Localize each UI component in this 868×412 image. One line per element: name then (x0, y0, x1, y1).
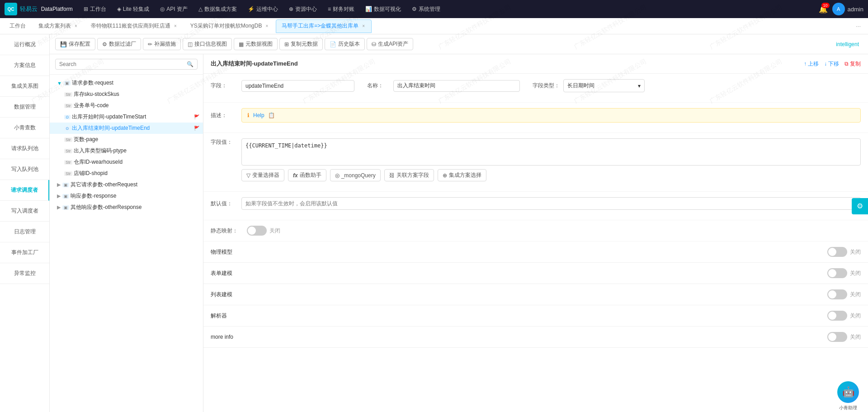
field-input[interactable] (241, 80, 354, 92)
api-icon: ◎ (160, 6, 165, 12)
notification-bell[interactable]: 🔔 10 (816, 2, 830, 16)
related-field-button[interactable]: ⛓ 关联方案字段 (384, 169, 434, 181)
form-model-section[interactable]: 表单建模 关闭 (203, 263, 868, 284)
move-down-action[interactable]: ↓ 下移 (824, 60, 839, 68)
field-type-select[interactable]: 长日期时间 ▾ (563, 79, 645, 92)
tab-close-dipote[interactable]: × (173, 23, 178, 29)
sidebar-item-anomaly[interactable]: 异常监控 (0, 263, 49, 284)
logo[interactable]: QC 轻易云 DataPlatform (5, 3, 73, 15)
tree-node-response[interactable]: ▶ ▣ 响应参数-response (50, 190, 203, 202)
assistant-fab[interactable]: 🤖 小青助理 (837, 381, 859, 403)
function-helper-button[interactable]: fx 函数助手 (288, 169, 326, 181)
sidebar-item-write-scheduler[interactable]: 写入调度者 (0, 201, 49, 222)
tree-node-updateTimeStart[interactable]: ⊙ 出库开始时间-updateTimeStart 🚩 (50, 111, 203, 123)
nav-resource[interactable]: ⊕ 资源中心 (284, 0, 321, 18)
tree-node-page[interactable]: Str 页数-page (50, 134, 203, 145)
tab-integration-list[interactable]: 集成方案列表 × (33, 19, 84, 33)
data-filter-button[interactable]: ⚙ 数据过滤厂 (97, 38, 141, 50)
mongo-query-button[interactable]: ◎ _mongoQuery (330, 169, 381, 181)
sidebar-item-request-queue[interactable]: 请求队列池 (0, 138, 49, 159)
user-area[interactable]: A admin (832, 3, 863, 15)
more-info-toggle-text: 关闭 (850, 333, 861, 341)
field-value-section: 字段值： {{CURRENT_TIME|datetime}} ▽ 变量选择器 f… (203, 133, 868, 192)
sidebar-item-relation-map[interactable]: 集成关系图 (0, 76, 49, 97)
integration-select-icon: ⊕ (443, 172, 447, 179)
tab-dipote[interactable]: 帝特物联111账套供应商到旺店通 × (85, 19, 184, 33)
down-icon: ↓ (824, 61, 827, 67)
more-info-section[interactable]: more info 关闭 (203, 327, 868, 348)
name-input[interactable] (393, 80, 520, 92)
sidebar-item-log-mgmt[interactable]: 日志管理 (0, 222, 49, 242)
integration-select-button[interactable]: ⊕ 集成方案选择 (438, 169, 486, 181)
补漏措施-button[interactable]: ✏ 补漏措施 (143, 38, 181, 50)
tab-workbench[interactable]: 工作台 (4, 19, 32, 33)
tree-node-otherResponse[interactable]: ▶ ▣ 其他响应参数-otherResponse (50, 202, 203, 213)
desc-row: 描述： ℹ Help 📋 (211, 108, 861, 123)
api-info-view-button[interactable]: ◫ 接口信息视图 (183, 38, 232, 50)
tab-more-button[interactable]: ··· (852, 23, 864, 29)
variable-selector-button[interactable]: ▽ 变量选择器 (241, 169, 284, 181)
sidebar-item-write-queue[interactable]: 写入队列池 (0, 159, 49, 180)
physical-toggle-text: 关闭 (850, 248, 861, 256)
search-box: 🔍 (50, 54, 203, 75)
nav-finance[interactable]: ≡ 财务对账 (323, 0, 359, 18)
tree-node-code[interactable]: Str 业务单号-code (50, 100, 203, 111)
nav-dataviz[interactable]: 📊 数据可视化 (361, 0, 406, 18)
tab-ys[interactable]: YS采购订单对接帆软MongDB × (184, 19, 275, 33)
tab-mabang[interactable]: 马帮手工出库=>金蝶其他出库单 × (276, 19, 372, 33)
detail-title: 出入库结束时间-updateTimeEnd (211, 60, 298, 68)
main-layout: 运行概况 方案信息 集成关系图 数据管理 小青查数 请求队列池 写入队列池 请求… (0, 34, 868, 412)
settings-fab[interactable]: ⚙ (852, 198, 868, 214)
copy-action[interactable]: ⧉ 复制 (844, 60, 861, 68)
sidebar-item-data-mgmt[interactable]: 数据管理 (0, 97, 49, 118)
sidebar-item-xiaodian[interactable]: 小青查数 (0, 118, 49, 138)
save-config-button[interactable]: 💾 保存配置 (55, 38, 95, 50)
nav-lite[interactable]: ◈ Lite 轻集成 (113, 0, 154, 18)
parser-toggle-switch[interactable] (827, 311, 847, 321)
history-version-button[interactable]: 📄 历史版本 (325, 38, 365, 50)
copy-metadata-button[interactable]: ⊞ 复制元数据 (279, 38, 323, 50)
search-wrapper[interactable]: 🔍 (55, 59, 198, 70)
finance-icon: ≡ (328, 6, 331, 12)
nav-api[interactable]: ◎ API 资产 (156, 0, 192, 18)
tree-node-otherRequest[interactable]: ▶ ▣ 其它请求参数-otherRequest (50, 179, 203, 190)
tree-node-ptype[interactable]: Str 出入库类型编码-ptype (50, 145, 203, 156)
physical-toggle-switch[interactable] (827, 247, 847, 257)
physical-model-section[interactable]: 物理模型 关闭 (203, 242, 868, 263)
static-mapping-toggle[interactable]: 关闭 (247, 226, 280, 236)
assistant-label: 小青助理 (839, 405, 857, 411)
logo-text: 轻易云 DataPlatform (20, 5, 73, 13)
sidebar-item-plan-info[interactable]: 方案信息 (0, 55, 49, 76)
tab-close-ys[interactable]: × (264, 23, 269, 29)
tab-close-mabang[interactable]: × (361, 23, 366, 29)
list-model-section[interactable]: 列表建模 关闭 (203, 284, 868, 305)
nav-ops[interactable]: ⚡ 运维中心 (243, 0, 283, 18)
list-toggle-switch[interactable] (827, 289, 847, 299)
toggle-off-switch[interactable] (247, 226, 267, 236)
parser-section[interactable]: 解析器 关闭 (203, 305, 868, 327)
tab-close-integration-list[interactable]: × (74, 23, 78, 29)
tree-node-updateTimeEnd[interactable]: ⊙ 出入库结束时间-updateTimeEnd 🚩 (50, 123, 203, 134)
tree-node-request-params[interactable]: ▼ ▣ 请求参数-request (50, 77, 203, 89)
nav-sysadmin[interactable]: ⚙ 系统管理 (407, 0, 445, 18)
tree-node-shopid[interactable]: Str 店铺ID-shopid (50, 168, 203, 179)
generate-api-button[interactable]: ⛁ 生成API资产 (367, 38, 413, 50)
nav-workbench[interactable]: ⊞ 工作台 (79, 0, 111, 18)
move-up-action[interactable]: ↑ 上移 (804, 60, 819, 68)
nav-integration[interactable]: △ 数据集成方案 (194, 0, 241, 18)
sidebar-item-overview[interactable]: 运行概况 (0, 34, 49, 55)
intelligent-button[interactable]: intelligent (832, 39, 863, 49)
api-gen-icon: ⛁ (372, 41, 376, 47)
default-value-input[interactable] (241, 197, 861, 210)
search-input[interactable] (59, 61, 184, 67)
tree-node-wearhouseId[interactable]: Str 仓库ID-wearhouseId (50, 156, 203, 168)
parser-label: 解析器 (211, 312, 227, 320)
field-value-textarea[interactable]: {{CURRENT_TIME|datetime}} (241, 138, 861, 166)
form-toggle-switch[interactable] (827, 268, 847, 278)
sidebar-item-event-factory[interactable]: 事件加工厂 (0, 242, 49, 263)
sidebar-item-request-scheduler[interactable]: 请求调度者 (0, 180, 49, 201)
tree-node-sku[interactable]: Str 库存sku-stockSkus (50, 89, 203, 100)
more-info-toggle-switch[interactable] (827, 332, 847, 342)
help-link[interactable]: Help (253, 112, 264, 118)
metadata-view-button[interactable]: ▦ 元数据视图 (234, 38, 278, 50)
